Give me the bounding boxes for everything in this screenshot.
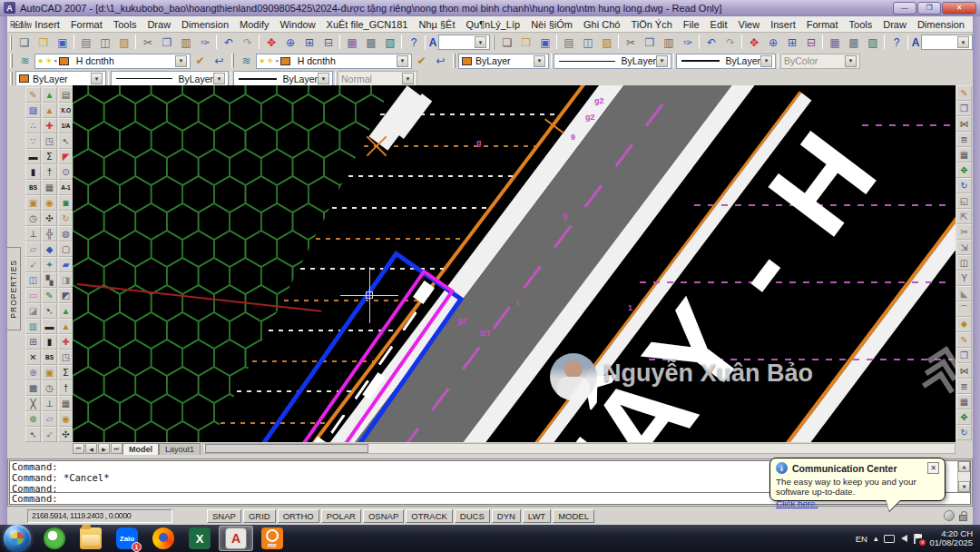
modify-tool-icon[interactable]: ≣ [956, 132, 972, 147]
menu-item-format[interactable]: Format [801, 18, 844, 31]
modify-tool-icon[interactable]: ▦ [956, 147, 972, 163]
custom-tool-icon[interactable]: ╳ [25, 396, 41, 411]
custom-tool-icon[interactable]: BS [42, 350, 57, 365]
balloon-close-button[interactable]: ✕ [927, 462, 939, 474]
custom-tool-icon[interactable]: ⊕ [25, 365, 41, 380]
custom-tool-icon[interactable]: ✎ [42, 288, 57, 303]
language-indicator[interactable]: EN [856, 534, 867, 544]
volume-icon[interactable] [901, 535, 907, 542]
close-button[interactable]: ✕ [942, 2, 976, 15]
custom-tool-icon[interactable]: ▭ [25, 288, 41, 303]
custom-tool-icon[interactable]: ◉ [42, 195, 57, 211]
zoom-window-button[interactable]: ⊞ [299, 34, 318, 51]
menu-item-nh-t[interactable]: Nhµ §Êt [413, 18, 460, 31]
custom-tool-icon[interactable]: ➶ [42, 427, 57, 442]
markup-button[interactable]: ▧ [863, 34, 882, 51]
display-icon[interactable] [884, 535, 895, 543]
menu-item-window[interactable]: Window [274, 18, 320, 31]
status-toggle-ducs[interactable]: DUCS [455, 509, 490, 523]
sheet-set-manager-button[interactable]: ▦ [825, 34, 844, 51]
menu-item-dimension[interactable]: Dimension [912, 18, 970, 31]
status-toggle-model[interactable]: MODEL [553, 509, 594, 523]
communication-center-icon[interactable] [944, 510, 955, 521]
custom-tool-icon[interactable]: ◳ [42, 133, 57, 149]
scroll-down-arrow[interactable]: ▼ [958, 481, 970, 492]
modify-tool-icon[interactable]: ✸ [956, 317, 972, 332]
menu-item-format[interactable]: Format [65, 18, 108, 31]
copy-button[interactable]: ❐ [157, 34, 176, 51]
custom-tool-icon[interactable]: ◨ [58, 272, 74, 288]
tab-nav-button[interactable]: ⏮ [73, 443, 84, 454]
plot-button[interactable]: ▤ [559, 34, 578, 51]
zoom-window-button[interactable]: ⊞ [782, 34, 801, 51]
save-button[interactable]: ▣ [535, 34, 554, 51]
custom-tool-icon[interactable]: ∴ [25, 118, 41, 133]
custom-tool-icon[interactable]: ✎ [25, 87, 41, 103]
modify-tool-icon[interactable]: ↻ [956, 178, 972, 193]
modify-tool-icon[interactable]: ❐ [956, 101, 972, 116]
custom-tool-icon[interactable]: ➷ [42, 303, 57, 319]
layer-previous-button[interactable]: ↩ [431, 53, 450, 69]
custom-tool-icon[interactable]: Σ [42, 149, 57, 164]
taskbar-app-explorer[interactable] [74, 526, 108, 551]
lineweight-control[interactable]: ByLayer▼ [676, 54, 776, 69]
custom-tool-icon[interactable]: Σ [58, 365, 74, 380]
modify-tool-icon[interactable]: ≣ [956, 379, 972, 394]
custom-tool-icon[interactable]: ▦ [58, 396, 74, 411]
menu-item-view[interactable]: View [19, 18, 34, 31]
custom-tool-icon[interactable]: 1/A [58, 118, 74, 133]
menu-item-view[interactable]: View [733, 18, 766, 31]
title-bar[interactable]: A AutoCAD 2007 - [d:\1_kukubobo_bao\hoan… [0, 0, 980, 16]
plot-button[interactable]: ▤ [76, 34, 95, 51]
custom-tool-icon[interactable]: ▚ [42, 272, 57, 288]
modify-tool-icon[interactable]: ⋈ [956, 363, 972, 379]
custom-tool-icon[interactable]: ╬ [42, 226, 57, 242]
custom-tool-icon[interactable]: ▣ [25, 195, 41, 211]
status-toggle-dyn[interactable]: DYN [492, 509, 521, 523]
custom-tool-icon[interactable]: ◳ [58, 350, 74, 365]
pan-button[interactable]: ✥ [744, 34, 763, 51]
color-control[interactable]: ByLayer▼ [458, 54, 549, 69]
custom-tool-icon[interactable]: ◪ [25, 303, 41, 319]
modify-tool-icon[interactable]: ◫ [956, 255, 972, 271]
paste-button[interactable]: ▥ [176, 34, 195, 51]
custom-tool-icon[interactable]: ✚ [58, 334, 74, 350]
make-layer-current-button[interactable]: ✔ [191, 53, 210, 69]
layer-dropdown[interactable]: ●☀▪H dcnthh▼ [34, 54, 191, 69]
custom-tool-icon[interactable]: ⊙ [58, 164, 74, 180]
custom-tool-icon[interactable]: ✣ [58, 427, 74, 442]
modify-tool-icon[interactable]: Y [956, 271, 972, 286]
make-layer-current-button[interactable]: ✔ [412, 53, 431, 69]
menu-item-draw[interactable]: Draw [877, 18, 912, 31]
status-toggle-grid[interactable]: GRID [243, 509, 276, 523]
custom-tool-icon[interactable]: ✣ [42, 211, 57, 226]
custom-tool-icon[interactable]: A-1 [58, 180, 74, 195]
custom-tool-icon[interactable]: ▤ [58, 87, 74, 103]
custom-tool-icon[interactable]: ∵ [25, 133, 41, 149]
properties-palette-tab[interactable]: PROPERTIES [7, 247, 21, 330]
new-button[interactable]: ❏ [497, 34, 516, 51]
action-center-icon[interactable]: ✕ [914, 534, 923, 544]
taskbar-app-excel[interactable]: X [182, 526, 217, 551]
modify-tool-icon[interactable]: ↻ [956, 425, 972, 440]
custom-tool-icon[interactable]: ▢ [58, 242, 74, 257]
tab-nav-button[interactable]: ◀ [85, 443, 97, 454]
help-button[interactable]: ? [404, 34, 423, 51]
custom-tool-icon[interactable]: ▣ [42, 365, 57, 380]
custom-tool-icon[interactable]: ▲ [58, 319, 74, 334]
custom-tool-icon[interactable]: ◆ [42, 242, 57, 257]
show-hidden-icons[interactable]: ▴ [874, 534, 878, 543]
sheet-set-manager-button[interactable]: ▦ [342, 34, 361, 51]
linetype-control[interactable]: ByLayer▼ [554, 54, 671, 69]
status-toggle-snap[interactable]: SNAP [207, 509, 241, 523]
match-properties-button[interactable]: ✑ [195, 34, 214, 51]
custom-tool-icon[interactable]: ▮ [42, 334, 57, 350]
menu-item-edit[interactable]: Edit [705, 18, 733, 31]
text-style-dropdown[interactable]: ▼ [921, 34, 973, 50]
status-toggle-osnap[interactable]: OSNAP [363, 509, 404, 523]
color-control[interactable]: ByLayer▼ [15, 71, 106, 86]
menu-item-n-i-i-m[interactable]: Nèi §iÓm [525, 18, 578, 31]
linetype-control[interactable]: ByLayer▼ [111, 71, 229, 86]
status-toggle-polar[interactable]: POLAR [321, 509, 361, 523]
text-style-dropdown[interactable]: ▼ [438, 34, 490, 50]
